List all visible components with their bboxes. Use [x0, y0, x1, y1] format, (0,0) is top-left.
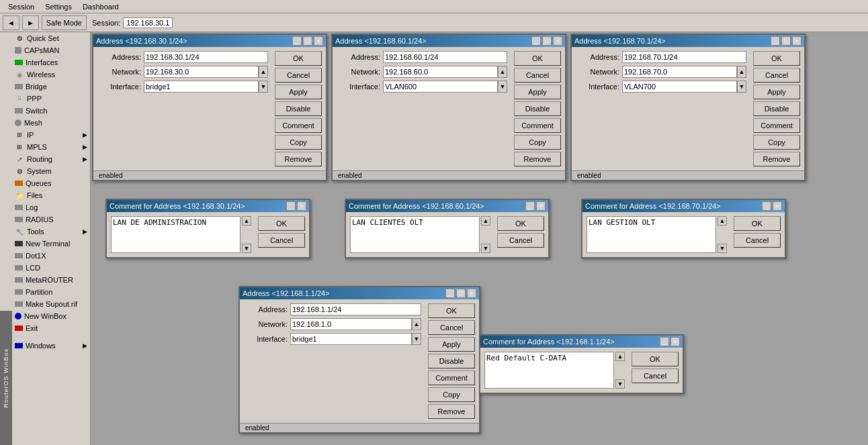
sidebar-item-new-terminal[interactable]: New Terminal: [12, 238, 90, 250]
win3-interface-input[interactable]: [622, 81, 737, 93]
win3-comment-btn[interactable]: Comment: [753, 118, 800, 133]
win4-minimize[interactable]: _: [445, 289, 455, 298]
win1-minimize[interactable]: _: [292, 36, 302, 46]
win1-cancel-btn[interactable]: Cancel: [275, 68, 322, 83]
cwin4-minimize[interactable]: _: [660, 337, 669, 346]
win1-interface-dropdown[interactable]: ▼: [259, 81, 268, 93]
win4-apply-btn[interactable]: Apply: [428, 337, 475, 352]
sidebar-item-capsman[interactable]: CAPsMAN: [12, 44, 90, 56]
win4-close[interactable]: ×: [467, 289, 476, 298]
sidebar-item-wireless[interactable]: ◉ Wireless: [12, 68, 90, 81]
win2-disable-btn[interactable]: Disable: [514, 101, 561, 116]
sidebar-item-mpls[interactable]: ⊞ MPLS ▶: [12, 141, 90, 153]
menu-session[interactable]: Session: [3, 1, 40, 12]
win1-titlebar[interactable]: Address <192.168.30.1/24> _ □ ×: [93, 35, 326, 47]
sidebar-item-switch[interactable]: Switch: [12, 105, 90, 117]
win4-network-scroll[interactable]: ▲: [412, 318, 421, 330]
sidebar-item-radius[interactable]: RADIUS: [12, 213, 90, 226]
cwin4-close[interactable]: ×: [670, 337, 680, 346]
cwin3-close[interactable]: ×: [773, 201, 782, 211]
sidebar-item-files[interactable]: 📁 Files: [12, 189, 90, 201]
cwin1-titlebar[interactable]: Comment for Address <192.168.30.1/24> _ …: [107, 200, 309, 212]
cwin2-scroll-down[interactable]: ▼: [481, 244, 490, 253]
safe-mode-button[interactable]: Safe Mode: [42, 15, 87, 30]
win4-titlebar[interactable]: Address <192.168.1.1/24> _ □ ×: [240, 287, 479, 299]
win3-network-input[interactable]: [622, 66, 737, 78]
win3-minimize[interactable]: _: [771, 36, 780, 46]
win1-network-scroll[interactable]: ▲: [259, 66, 268, 78]
sidebar-item-log[interactable]: Log: [12, 201, 90, 213]
sidebar-item-bridge[interactable]: Bridge: [12, 81, 90, 93]
sidebar-item-tools[interactable]: 🔧 Tools ▶: [12, 226, 90, 238]
win4-comment-btn[interactable]: Comment: [428, 370, 475, 385]
win1-network-input[interactable]: [144, 66, 259, 78]
win1-address-input[interactable]: [144, 51, 268, 63]
cwin4-ok-btn[interactable]: OK: [632, 352, 679, 366]
win3-copy-btn[interactable]: Copy: [753, 135, 800, 150]
sidebar-item-mesh[interactable]: Mesh: [12, 117, 90, 129]
win2-copy-btn[interactable]: Copy: [514, 135, 561, 150]
win2-interface-input[interactable]: [383, 81, 498, 93]
sidebar-item-partition[interactable]: Partition: [12, 286, 90, 298]
back-button[interactable]: ◄: [3, 15, 19, 30]
win2-interface-dropdown[interactable]: ▼: [498, 81, 507, 93]
win3-interface-dropdown[interactable]: ▼: [737, 81, 746, 93]
win3-close[interactable]: ×: [792, 36, 801, 46]
win3-apply-btn[interactable]: Apply: [753, 85, 800, 99]
cwin1-ok-btn[interactable]: OK: [258, 216, 305, 231]
win4-remove-btn[interactable]: Remove: [428, 404, 475, 419]
win2-network-input[interactable]: [383, 66, 498, 78]
win2-minimize[interactable]: _: [531, 36, 541, 46]
win4-interface-dropdown[interactable]: ▼: [412, 333, 421, 345]
cwin2-minimize[interactable]: _: [525, 201, 535, 211]
cwin2-cancel-btn[interactable]: Cancel: [497, 233, 544, 248]
win1-comment-btn[interactable]: Comment: [275, 118, 322, 133]
cwin3-scroll-up[interactable]: ▲: [718, 216, 727, 226]
menu-dashboard[interactable]: Dashboard: [77, 1, 124, 12]
win1-disable-btn[interactable]: Disable: [275, 101, 322, 116]
win1-remove-btn[interactable]: Remove: [275, 152, 322, 166]
win2-close[interactable]: ×: [553, 36, 562, 46]
win2-titlebar[interactable]: Address <192.168.60.1/24> _ □ ×: [333, 35, 565, 47]
win2-remove-btn[interactable]: Remove: [514, 152, 561, 166]
sidebar-item-quick-set[interactable]: ⚙ Quick Set: [12, 32, 90, 44]
menu-settings[interactable]: Settings: [40, 1, 77, 12]
cwin4-scroll-up[interactable]: ▲: [615, 352, 625, 361]
forward-button[interactable]: ►: [22, 15, 39, 30]
sidebar-item-routing[interactable]: ↗ Routing ▶: [12, 153, 90, 165]
sidebar-item-exit[interactable]: Exit: [12, 322, 90, 334]
win4-ok-btn[interactable]: OK: [428, 303, 475, 318]
cwin1-close[interactable]: ×: [297, 201, 306, 211]
sidebar-item-make-supout[interactable]: Make Supout.rif: [12, 298, 90, 310]
win1-close[interactable]: ×: [314, 36, 323, 46]
cwin3-textarea[interactable]: LAN GESTION OLT: [587, 216, 716, 253]
cwin4-titlebar[interactable]: Comment for Address <192.168.1.1/24> _ ×: [480, 336, 683, 348]
sidebar-item-interfaces[interactable]: Interfaces: [12, 56, 90, 68]
sidebar-item-ip[interactable]: ⊞ IP ▶: [12, 129, 90, 141]
win4-address-input[interactable]: [290, 303, 421, 315]
cwin1-scroll-up[interactable]: ▲: [242, 216, 251, 226]
cwin1-scroll-down[interactable]: ▼: [242, 244, 251, 253]
win3-titlebar[interactable]: Address <192.168.70.1/24> _ □ ×: [572, 35, 804, 47]
cwin4-scroll-down[interactable]: ▼: [615, 379, 625, 389]
cwin1-cancel-btn[interactable]: Cancel: [258, 233, 305, 248]
win3-disable-btn[interactable]: Disable: [753, 101, 800, 116]
cwin2-textarea[interactable]: LAN CLIENTES OLT: [350, 216, 480, 253]
win2-cancel-btn[interactable]: Cancel: [514, 68, 561, 83]
win1-interface-input[interactable]: [144, 81, 259, 93]
win2-network-scroll[interactable]: ▲: [498, 66, 507, 78]
sidebar-item-system[interactable]: ⚙ System: [12, 165, 90, 177]
win3-ok-btn[interactable]: OK: [753, 51, 800, 66]
win2-comment-btn[interactable]: Comment: [514, 118, 561, 133]
win1-copy-btn[interactable]: Copy: [275, 135, 322, 150]
cwin4-textarea[interactable]: Red Default C-DATA: [484, 352, 614, 389]
cwin3-minimize[interactable]: _: [762, 201, 771, 211]
win1-ok-btn[interactable]: OK: [275, 51, 322, 66]
win3-address-input[interactable]: [622, 51, 746, 63]
cwin3-ok-btn[interactable]: OK: [734, 216, 781, 231]
win1-maximize[interactable]: □: [303, 36, 312, 46]
cwin2-scroll-up[interactable]: ▲: [481, 216, 490, 226]
cwin2-ok-btn[interactable]: OK: [497, 216, 544, 231]
sidebar-item-dot1x[interactable]: Dot1X: [12, 250, 90, 262]
cwin3-cancel-btn[interactable]: Cancel: [734, 233, 781, 248]
